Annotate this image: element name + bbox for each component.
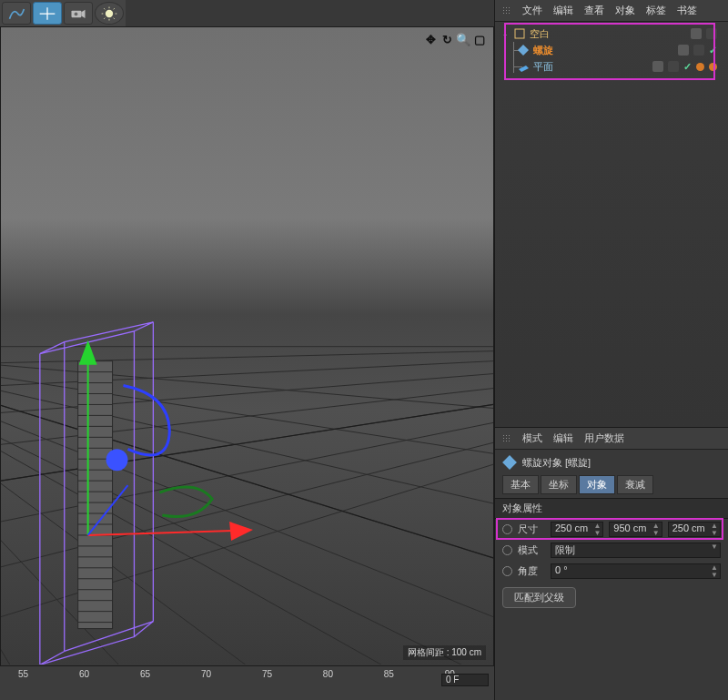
- grip-icon[interactable]: [502, 6, 511, 15]
- svg-line-13: [1, 350, 10, 665]
- svg-point-1: [75, 12, 78, 15]
- object-manager-menu: 文件 编辑 查看 对象 标签 书签: [495, 0, 728, 22]
- tick: 75: [262, 669, 272, 679]
- collapse-toggle[interactable]: -: [500, 28, 510, 39]
- grid-spacing-label: 网格间距 : 100 cm: [403, 645, 486, 660]
- deformer-icon: [517, 44, 530, 56]
- am-menu-edit[interactable]: 编辑: [553, 431, 573, 445]
- hierarchy-label: 空白: [530, 27, 550, 41]
- attribute-manager: 模式 编辑 用户数据 螺旋对象 [螺旋] 基本 坐标 对象 衰减 对象属性 尺寸…: [495, 427, 728, 614]
- svg-line-28: [134, 622, 153, 637]
- viewport-layout-button[interactable]: [33, 2, 62, 25]
- hierarchy-item-null[interactable]: - 空白: [500, 25, 723, 42]
- svg-line-21: [1, 464, 493, 616]
- prop-mode-row: 模式 限制▼: [495, 540, 728, 561]
- hierarchy-item-plane[interactable]: 平面 ✓: [500, 58, 723, 75]
- tick: 70: [201, 669, 211, 679]
- svg-line-8: [1, 350, 493, 617]
- svg-marker-62: [519, 66, 529, 72]
- svg-line-7: [1, 350, 493, 558]
- tag-dot[interactable]: [696, 63, 704, 71]
- tag-dot[interactable]: [709, 63, 717, 71]
- nav-zoom-icon[interactable]: 🔍: [457, 33, 470, 46]
- tab-object[interactable]: 对象: [579, 475, 615, 494]
- hierarchy-label: 平面: [533, 60, 553, 74]
- hierarchy-label: 螺旋: [533, 44, 553, 57]
- current-frame-input[interactable]: 0 F: [441, 674, 489, 686]
- viewport-3d[interactable]: ✥ ↻ 🔍 ▢ 网格间距 : 100 cm: [0, 26, 494, 666]
- tick: 80: [323, 669, 333, 679]
- svg-marker-57: [229, 522, 253, 541]
- layer-dot[interactable]: [652, 61, 663, 72]
- svg-point-2: [106, 9, 113, 16]
- nav-rotate-icon[interactable]: ↻: [440, 33, 453, 46]
- null-icon: [513, 27, 526, 40]
- svg-line-10: [1, 350, 381, 665]
- svg-line-4: [1, 350, 493, 409]
- layer-dot[interactable]: [678, 45, 689, 56]
- angle-input[interactable]: 0 °▲▼: [551, 563, 721, 579]
- svg-rect-29: [78, 361, 113, 629]
- om-menu-edit[interactable]: 编辑: [553, 4, 573, 17]
- svg-line-23: [1, 350, 493, 558]
- mode-select[interactable]: 限制▼: [551, 543, 721, 558]
- light-button[interactable]: [95, 2, 124, 25]
- viewport-nav: ✥ ↻ 🔍 ▢: [424, 33, 486, 46]
- size-label: 尺寸: [518, 522, 545, 536]
- prop-angle-row: 角度 0 °▲▼: [495, 561, 728, 582]
- fit-to-parent-button[interactable]: 匹配到父级: [502, 587, 576, 608]
- top-toolbar: [0, 0, 126, 27]
- svg-line-16: [1, 374, 493, 413]
- om-menu-bookmark[interactable]: 书签: [677, 4, 697, 17]
- object-manager[interactable]: - 空白 螺旋: [495, 22, 728, 427]
- anim-radio[interactable]: [502, 545, 512, 555]
- om-menu-object[interactable]: 对象: [615, 4, 635, 17]
- camera-button[interactable]: [64, 2, 93, 25]
- section-object-props: 对象属性: [495, 498, 728, 519]
- grip-icon[interactable]: [502, 434, 511, 443]
- svg-line-14: [1, 351, 493, 363]
- angle-label: 角度: [518, 564, 545, 578]
- anim-radio[interactable]: [502, 524, 512, 534]
- size-x-input[interactable]: 250 cm▲▼: [551, 522, 603, 537]
- tab-coord[interactable]: 坐标: [541, 475, 577, 494]
- vis-dot[interactable]: [693, 45, 704, 56]
- size-z-input[interactable]: 250 cm▲▼: [668, 522, 721, 537]
- nav-move-icon[interactable]: ✥: [424, 33, 437, 46]
- deformer-icon: [502, 455, 517, 470]
- svg-line-15: [1, 361, 493, 386]
- hierarchy-item-helix[interactable]: 螺旋 ✓: [500, 42, 723, 58]
- svg-line-6: [1, 350, 493, 503]
- layer-dot[interactable]: [691, 28, 702, 39]
- svg-marker-61: [518, 45, 529, 56]
- vis-dot[interactable]: [668, 61, 679, 72]
- am-menu-userdata[interactable]: 用户数据: [584, 431, 624, 445]
- svg-line-20: [1, 442, 493, 566]
- prop-size-row: 尺寸 250 cm▲▼ 950 cm▲▼ 250 cm▲▼: [495, 519, 728, 540]
- attribute-tabs: 基本 坐标 对象 衰减: [495, 475, 728, 498]
- enable-check[interactable]: ✓: [709, 45, 717, 56]
- nav-frame-icon[interactable]: ▢: [473, 33, 486, 46]
- svg-line-19: [1, 422, 493, 522]
- svg-rect-60: [515, 29, 524, 38]
- tick: 65: [140, 669, 150, 679]
- spline-tool[interactable]: [2, 2, 31, 25]
- om-menu-view[interactable]: 查看: [584, 4, 604, 17]
- size-y-input[interactable]: 950 cm▲▼: [609, 522, 662, 537]
- svg-point-59: [106, 449, 128, 471]
- timeline-ruler[interactable]: 55 60 65 70 75 80 85 90 0 F: [0, 666, 494, 700]
- om-menu-tags[interactable]: 标签: [646, 4, 666, 17]
- tick: 85: [384, 669, 394, 679]
- om-menu-file[interactable]: 文件: [522, 4, 542, 17]
- mode-label: 模式: [518, 543, 545, 557]
- anim-radio[interactable]: [502, 566, 512, 576]
- plane-icon: [517, 60, 530, 73]
- object-title: 螺旋对象 [螺旋]: [522, 456, 591, 470]
- am-menu-mode[interactable]: 模式: [522, 431, 542, 445]
- tab-falloff[interactable]: 衰减: [617, 475, 653, 494]
- enable-check[interactable]: ✓: [683, 61, 692, 73]
- tick: 60: [79, 669, 89, 679]
- tick: 55: [18, 669, 28, 679]
- tab-basic[interactable]: 基本: [502, 475, 539, 494]
- vis-dot[interactable]: [706, 28, 717, 39]
